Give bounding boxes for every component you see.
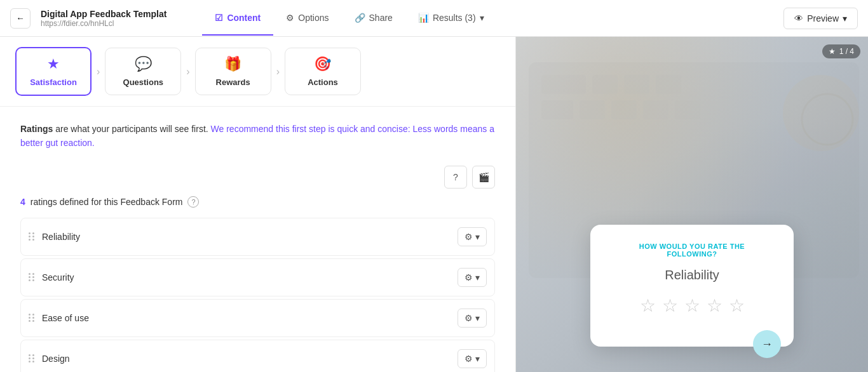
ratings-number: 4 (20, 197, 25, 207)
chevron-icon-3: › (271, 66, 285, 77)
target-icon: 🎯 (314, 56, 331, 72)
step-tabs: ★ Satisfaction › 💬 Questions › 🎁 Rewards… (0, 37, 515, 107)
feedback-card: HOW WOULD YOU RATE THE FOLLOWING? Reliab… (590, 225, 794, 347)
star-4[interactable]: ☆ (707, 295, 722, 316)
chevron-down-icon: ▾ (475, 354, 480, 364)
chevron-icon-2: › (181, 66, 194, 77)
table-row: Reliability ⚙ ▾ (20, 218, 495, 256)
step-tab-rewards[interactable]: 🎁 Rewards (195, 48, 271, 95)
svg-rect-4 (656, 75, 681, 94)
help-button[interactable]: ? (444, 166, 467, 189)
preview-button[interactable]: 👁 Preview ▾ (783, 8, 858, 29)
svg-rect-8 (643, 100, 668, 119)
chevron-down-icon: ▾ (475, 232, 480, 242)
step-tab-actions[interactable]: 🎯 Actions (285, 48, 361, 95)
info-circle-icon[interactable]: ? (187, 196, 199, 208)
gift-icon: 🎁 (224, 56, 241, 72)
gear-icon: ⚙ (465, 313, 473, 323)
gear-button[interactable]: ⚙ ▾ (458, 227, 487, 246)
svg-rect-7 (611, 100, 637, 119)
ratings-label: ratings defined for this Feedback Form (31, 197, 183, 207)
star-3[interactable]: ☆ (684, 295, 700, 316)
star-1[interactable]: ☆ (640, 295, 656, 316)
drag-handle[interactable] (29, 354, 34, 362)
rating-name: Security (42, 272, 450, 282)
star-icon: ★ (47, 56, 60, 72)
app-info: Digital App Feedback Templat https://fdi… (41, 9, 166, 28)
step-tab-satisfaction[interactable]: ★ Satisfaction (15, 47, 92, 96)
rating-list: Reliability ⚙ ▾ Security ⚙ ▾ (20, 218, 495, 372)
chevron-down-icon: ▾ (480, 13, 484, 23)
main-layout: ★ Satisfaction › 💬 Questions › 🎁 Rewards… (0, 37, 868, 372)
star-icon: ★ (829, 47, 836, 56)
chevron-icon-1: › (92, 66, 105, 77)
chevron-down-icon: ▾ (475, 313, 480, 323)
results-icon: 📊 (418, 13, 429, 23)
svg-point-10 (783, 75, 859, 151)
help-row: ? 🎬 (20, 166, 495, 189)
drag-handle[interactable] (29, 273, 34, 281)
ratings-count-row: 4 ratings defined for this Feedback Form… (20, 196, 495, 208)
star-5[interactable]: ☆ (729, 295, 745, 316)
gear-button[interactable]: ⚙ ▾ (458, 309, 487, 328)
tab-options[interactable]: ⚙ Options (273, 1, 341, 36)
star-2[interactable]: ☆ (662, 295, 678, 316)
next-button[interactable]: → (753, 330, 781, 358)
gear-button[interactable]: ⚙ ▾ (458, 268, 487, 287)
back-button[interactable]: ← (10, 8, 31, 29)
share-icon: 🔗 (355, 13, 365, 23)
info-text: Ratings are what your participants will … (20, 122, 495, 150)
eye-icon: 👁 (794, 13, 803, 23)
video-button[interactable]: 🎬 (472, 166, 495, 189)
chevron-down-icon: ▾ (843, 13, 847, 23)
rating-name: Reliability (42, 232, 450, 242)
content-area: Ratings are what your participants will … (0, 107, 515, 372)
back-icon: ← (16, 13, 24, 23)
card-rating-label: Reliability (613, 268, 771, 282)
gear-icon: ⚙ (465, 354, 473, 364)
left-panel: ★ Satisfaction › 💬 Questions › 🎁 Rewards… (0, 37, 516, 372)
svg-rect-9 (675, 100, 700, 119)
drag-handle[interactable] (29, 232, 34, 241)
chevron-down-icon: ▾ (475, 272, 480, 282)
page-counter: ★ 1 / 4 (822, 44, 860, 58)
table-row: Security ⚙ ▾ (20, 258, 495, 296)
svg-rect-1 (541, 75, 586, 94)
table-row: Design ⚙ ▾ (20, 340, 495, 372)
info-bold: Ratings (20, 124, 53, 134)
table-row: Ease of use ⚙ ▾ (20, 299, 495, 337)
preview-background: ★ 1 / 4 HOW WOULD YOU RATE THE FOLLOWING… (516, 37, 868, 372)
preview-panel: ★ 1 / 4 HOW WOULD YOU RATE THE FOLLOWING… (516, 37, 868, 372)
content-icon: ☑ (215, 13, 223, 23)
app-url: https://fdier.co/hnHLcl (41, 19, 166, 28)
step-tab-questions[interactable]: 💬 Questions (105, 48, 181, 95)
rating-name: Design (42, 354, 450, 364)
svg-rect-5 (541, 100, 573, 119)
drag-handle[interactable] (29, 314, 34, 322)
gear-icon: ⚙ (465, 232, 473, 242)
app-title: Digital App Feedback Templat (41, 9, 166, 19)
svg-rect-2 (592, 75, 618, 94)
svg-rect-6 (580, 100, 605, 119)
chat-icon: 💬 (135, 56, 152, 72)
top-nav: ← Digital App Feedback Templat https://f… (0, 0, 868, 37)
tab-share[interactable]: 🔗 Share (342, 1, 405, 36)
star-rating-row: ☆ ☆ ☆ ☆ ☆ (613, 295, 771, 316)
rating-name: Ease of use (42, 313, 450, 323)
nav-right: 👁 Preview ▾ (783, 8, 858, 29)
gear-icon: ⚙ (465, 272, 473, 282)
tab-content[interactable]: ☑ Content (202, 1, 273, 36)
tab-results[interactable]: 📊 Results (3) ▾ (405, 1, 497, 36)
card-question: HOW WOULD YOU RATE THE FOLLOWING? (613, 242, 771, 258)
nav-tabs: ☑ Content ⚙ Options 🔗 Share 📊 Results (3… (202, 1, 496, 36)
options-icon: ⚙ (286, 13, 294, 23)
gear-button[interactable]: ⚙ ▾ (458, 349, 487, 368)
svg-rect-3 (624, 75, 649, 94)
